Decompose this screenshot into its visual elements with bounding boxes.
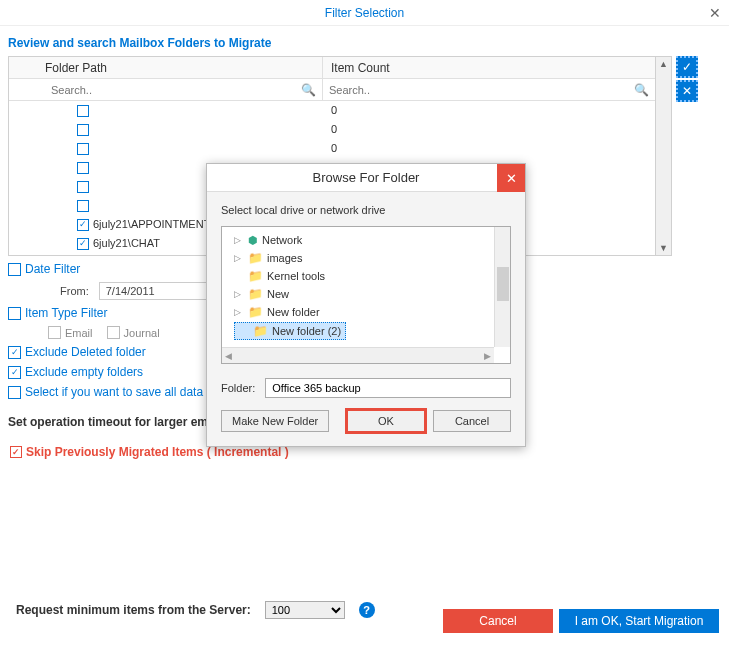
tree-node[interactable]: 📁New folder (2): [234, 322, 346, 340]
expander-icon[interactable]: ▷: [234, 307, 244, 317]
folder-icon: 📁: [248, 287, 263, 301]
request-label: Request minimum items from the Server:: [16, 603, 251, 617]
folder-path-text: 6july21\CHAT: [93, 234, 160, 253]
checkbox-icon: [8, 366, 21, 379]
checkbox-icon[interactable]: [77, 238, 89, 250]
request-select[interactable]: 100: [265, 601, 345, 619]
tree-hscrollbar[interactable]: ◀ ▶: [222, 347, 494, 363]
expander-icon[interactable]: ▷: [234, 253, 244, 263]
folder-path-text: [93, 158, 117, 177]
tree-node[interactable]: ▷📁images: [228, 249, 504, 267]
table-row[interactable]: 0: [9, 139, 655, 158]
folder-path-text: [93, 101, 117, 120]
search-icon[interactable]: 🔍: [634, 83, 649, 97]
checkbox-icon: [8, 307, 21, 320]
cancel-button[interactable]: Cancel: [443, 609, 553, 633]
tree-node-label: Network: [262, 234, 302, 246]
grid-header: Folder Path Item Count: [9, 57, 655, 79]
email-checkbox[interactable]: Email: [48, 326, 93, 339]
window-titlebar: Filter Selection ✕: [0, 0, 729, 26]
col-folder-path[interactable]: Folder Path: [9, 57, 323, 78]
dialog-title: Browse For Folder: [313, 170, 420, 185]
dialog-ok-button[interactable]: OK: [347, 410, 425, 432]
make-new-folder-button[interactable]: Make New Folder: [221, 410, 329, 432]
date-from-input[interactable]: [99, 282, 209, 300]
folder-icon: 📁: [253, 324, 268, 338]
expander-icon[interactable]: ▷: [234, 235, 244, 245]
start-migration-button[interactable]: I am OK, Start Migration: [559, 609, 719, 633]
date-filter-label: Date Filter: [25, 262, 80, 276]
tree-node-label: New folder: [267, 306, 320, 318]
help-icon[interactable]: ?: [359, 602, 375, 618]
grid-search-row: 🔍 🔍: [9, 79, 655, 101]
review-label: Review and search Mailbox Folders to Mig…: [8, 36, 721, 50]
folder-icon: 📁: [248, 305, 263, 319]
footer-buttons: Cancel I am OK, Start Migration: [443, 609, 719, 633]
item-type-filter-label: Item Type Filter: [25, 306, 107, 320]
folder-icon: 📁: [248, 269, 263, 283]
dialog-prompt: Select local drive or network drive: [221, 204, 511, 216]
item-count-text: 0: [323, 101, 655, 120]
checkbox-icon: [8, 263, 21, 276]
folder-path-text: [93, 196, 117, 215]
item-count-text: 0: [323, 139, 655, 158]
checkbox-icon[interactable]: [77, 143, 89, 155]
checkbox-icon[interactable]: [77, 162, 89, 174]
grid-scrollbar[interactable]: ▲ ▼: [656, 56, 672, 256]
tree-node-label: New: [267, 288, 289, 300]
dialog-close-button[interactable]: ✕: [497, 164, 525, 192]
tree-node-label: images: [267, 252, 302, 264]
table-row[interactable]: 0: [9, 101, 655, 120]
close-icon[interactable]: ✕: [709, 0, 721, 26]
checkbox-icon[interactable]: [77, 219, 89, 231]
checkbox-icon[interactable]: [77, 124, 89, 136]
search-folder-path[interactable]: [45, 84, 322, 96]
tree-node[interactable]: ▷📁New: [228, 285, 504, 303]
checkbox-icon[interactable]: [77, 200, 89, 212]
from-label: From:: [60, 285, 89, 297]
skip-migrated-checkbox[interactable]: Skip Previously Migrated Items ( Increme…: [10, 445, 719, 459]
folder-path-text: 6july21\APPOINTMENT: [93, 215, 210, 234]
checkbox-icon: [8, 386, 21, 399]
dialog-titlebar: Browse For Folder ✕: [207, 164, 525, 192]
window-title: Filter Selection: [325, 6, 404, 20]
tree-node-label: Kernel tools: [267, 270, 325, 282]
folder-name-input[interactable]: [265, 378, 511, 398]
scroll-left-icon[interactable]: ◀: [225, 351, 232, 361]
network-icon: ⬢: [248, 234, 258, 247]
tree-scrollbar[interactable]: [494, 227, 510, 347]
uncheck-all-button[interactable]: ✕: [676, 80, 698, 102]
tree-node[interactable]: ▷⬢Network: [228, 231, 504, 249]
table-row[interactable]: 0: [9, 120, 655, 139]
request-row: Request minimum items from the Server: 1…: [16, 601, 375, 619]
folder-path-text: [93, 139, 117, 158]
tree-node[interactable]: ▷📁New folder: [228, 303, 504, 321]
folder-label: Folder:: [221, 382, 255, 394]
folder-path-text: [93, 120, 117, 139]
scroll-up-icon[interactable]: ▲: [659, 59, 668, 69]
tree-node-label: New folder (2): [272, 325, 341, 337]
folder-input-row: Folder:: [221, 378, 511, 398]
checkbox-icon: [10, 446, 22, 458]
folder-path-text: 6july21\CONTACT: [93, 253, 183, 255]
dialog-cancel-button[interactable]: Cancel: [433, 410, 511, 432]
journal-checkbox[interactable]: Journal: [107, 326, 160, 339]
tree-node[interactable]: 📁Kernel tools: [228, 267, 504, 285]
checkbox-icon[interactable]: [77, 105, 89, 117]
search-icon[interactable]: 🔍: [301, 83, 316, 97]
check-all-button[interactable]: ✓: [676, 56, 698, 78]
scroll-right-icon[interactable]: ▶: [484, 351, 491, 361]
checkbox-icon[interactable]: [77, 181, 89, 193]
search-item-count[interactable]: [323, 84, 655, 96]
checkbox-icon: [8, 346, 21, 359]
folder-path-text: [93, 177, 117, 196]
scroll-down-icon[interactable]: ▼: [659, 243, 668, 253]
expander-icon[interactable]: ▷: [234, 289, 244, 299]
folder-tree[interactable]: ▷⬢Network▷📁images📁Kernel tools▷📁New▷📁New…: [221, 226, 511, 364]
item-count-text: 0: [323, 120, 655, 139]
col-item-count[interactable]: Item Count: [323, 57, 655, 78]
browse-folder-dialog: Browse For Folder ✕ Select local drive o…: [206, 163, 526, 447]
folder-icon: 📁: [248, 251, 263, 265]
